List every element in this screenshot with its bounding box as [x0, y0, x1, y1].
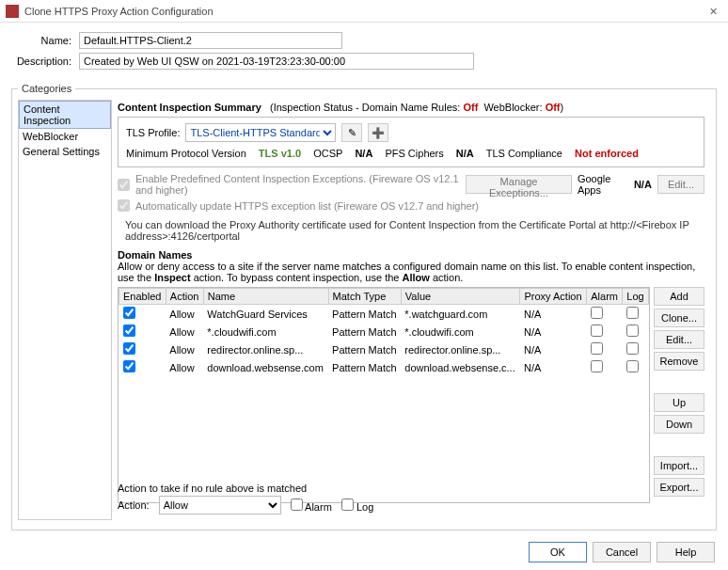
col-proxy[interactable]: Proxy Action	[520, 289, 587, 305]
default-action-row: Action to take if no rule above is match…	[118, 483, 704, 515]
col-enabled[interactable]: Enabled	[119, 289, 166, 305]
tls-profile-select[interactable]: TLS-Client-HTTPS Standard	[185, 123, 336, 142]
alarm-checkbox-label[interactable]: Alarm	[291, 499, 332, 513]
row-enabled-checkbox[interactable]	[123, 342, 135, 355]
summary-line: Content Inspection Summary (Inspection S…	[118, 102, 704, 113]
clone-button[interactable]: Clone...	[654, 309, 704, 327]
domain-names-desc: Allow or deny access to a site if the se…	[118, 261, 704, 283]
action-label: Action:	[118, 499, 150, 511]
auto-update-checkbox[interactable]	[118, 199, 130, 212]
row-log-checkbox[interactable]	[626, 360, 639, 372]
table-row[interactable]: AllowWatchGuard ServicesPattern Match*.w…	[119, 305, 649, 324]
alarm-checkbox[interactable]	[291, 499, 303, 511]
auto-update-label: Automatically update HTTPS exception lis…	[135, 200, 479, 212]
google-apps-value: N/A	[634, 179, 652, 190]
window-title: Clone HTTPS Proxy Action Configuration	[24, 0, 704, 23]
categories-fieldset: Categories Content Inspection WebBlocker…	[11, 83, 717, 530]
col-action[interactable]: Action	[166, 289, 203, 305]
col-value[interactable]: Value	[401, 289, 520, 305]
ok-button[interactable]: OK	[529, 542, 587, 562]
default-action-select[interactable]: Allow	[159, 496, 281, 515]
import-button[interactable]: Import...	[654, 456, 704, 475]
col-alarm[interactable]: Alarm	[587, 289, 623, 305]
auto-update-row: Automatically update HTTPS exception lis…	[118, 199, 704, 212]
enable-exceptions-label: Enable Predefined Content Inspection Exc…	[135, 173, 460, 196]
protocol-line: Minimum Protocol Version TLS v1.0 OCSP N…	[126, 148, 696, 159]
col-name[interactable]: Name	[203, 289, 328, 305]
add-profile-icon[interactable]: ➕	[368, 123, 388, 142]
row-alarm-checkbox[interactable]	[591, 342, 603, 355]
edit-profile-icon[interactable]: ✎	[341, 123, 362, 142]
table-row[interactable]: Allow*.cloudwifi.comPattern Match*.cloud…	[119, 323, 649, 340]
main-panel: Content Inspection Summary (Inspection S…	[112, 100, 710, 520]
google-apps-label: Google Apps	[578, 173, 628, 196]
name-input[interactable]	[79, 32, 342, 49]
help-button[interactable]: Help	[657, 542, 715, 562]
enable-exceptions-checkbox[interactable]	[118, 179, 130, 191]
row-log-checkbox[interactable]	[626, 325, 639, 337]
table-row[interactable]: Allowdownload.websense.comPattern Matchd…	[119, 358, 649, 376]
row-alarm-checkbox[interactable]	[591, 307, 603, 319]
tls-profile-box: TLS Profile: TLS-Client-HTTPS Standard ✎…	[118, 117, 704, 167]
categories-legend: Categories	[18, 83, 75, 94]
row-alarm-checkbox[interactable]	[591, 325, 603, 337]
enable-exceptions-row: Enable Predefined Content Inspection Exc…	[118, 173, 704, 196]
log-checkbox-label[interactable]: Log	[341, 499, 373, 513]
row-enabled-checkbox[interactable]	[123, 360, 135, 372]
table-buttons: Add Clone... Edit... Remove Up Down Impo…	[654, 287, 704, 503]
tls-label: TLS Profile:	[126, 127, 180, 138]
close-icon[interactable]: ✕	[704, 0, 722, 23]
name-label: Name:	[13, 35, 79, 46]
app-icon	[6, 5, 19, 18]
row-alarm-checkbox[interactable]	[591, 360, 603, 372]
domain-table[interactable]: Enabled Action Name Match Type Value Pro…	[118, 287, 650, 503]
sidebar: Content Inspection WebBlocker General Se…	[18, 100, 112, 520]
titlebar: Clone HTTPS Proxy Action Configuration ✕	[0, 0, 728, 23]
row-enabled-checkbox[interactable]	[123, 307, 135, 319]
sidebar-item-content-inspection[interactable]: Content Inspection	[19, 101, 111, 129]
manage-exceptions-button[interactable]: Manage Exceptions...	[466, 175, 572, 194]
table-row[interactable]: Allowredirector.online.sp...Pattern Matc…	[119, 340, 649, 358]
col-match[interactable]: Match Type	[328, 289, 401, 305]
row-log-checkbox[interactable]	[626, 307, 639, 319]
edit-button[interactable]: Edit...	[654, 330, 704, 349]
down-button[interactable]: Down	[654, 415, 704, 434]
sidebar-item-general-settings[interactable]: General Settings	[19, 144, 111, 159]
col-log[interactable]: Log	[623, 289, 649, 305]
add-button[interactable]: Add	[654, 287, 704, 306]
description-input[interactable]	[79, 53, 474, 70]
default-action-label: Action to take if no rule above is match…	[118, 483, 704, 494]
dialog-footer: OK Cancel Help	[529, 542, 715, 562]
log-checkbox[interactable]	[341, 499, 354, 511]
edit-google-button[interactable]: Edit...	[657, 175, 704, 194]
sidebar-item-webblocker[interactable]: WebBlocker	[19, 129, 111, 144]
certificate-note: You can download the Proxy Authority cer…	[125, 219, 704, 242]
domain-names-title: Domain Names	[118, 249, 704, 261]
row-log-checkbox[interactable]	[626, 342, 639, 355]
description-label: Description:	[13, 55, 79, 67]
cancel-button[interactable]: Cancel	[593, 542, 651, 562]
remove-button[interactable]: Remove	[654, 352, 704, 371]
up-button[interactable]: Up	[654, 393, 704, 412]
row-enabled-checkbox[interactable]	[123, 325, 135, 337]
